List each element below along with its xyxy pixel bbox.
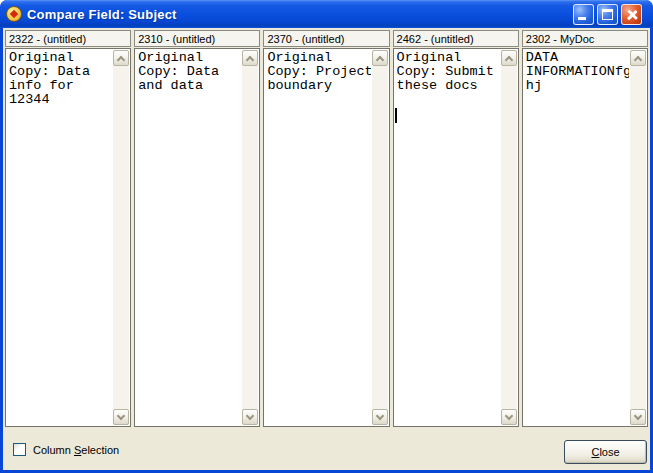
chevron-down-icon — [634, 411, 642, 419]
dialog-window: Compare Field: Subject 2322 - (untitled)… — [0, 0, 653, 473]
column-text-area[interactable]: Original Copy: Data info for 12344 — [5, 48, 131, 427]
text-caret — [395, 108, 397, 123]
chevron-down-icon — [375, 411, 383, 419]
column-text-area[interactable]: Original Copy: Submit these docs — [393, 48, 519, 427]
column-text[interactable]: Original Copy: Project boundary — [267, 51, 370, 424]
scroll-down-button[interactable] — [501, 409, 517, 425]
close-window-button[interactable] — [621, 4, 642, 25]
chevron-down-icon — [246, 411, 254, 419]
chevron-up-icon — [634, 55, 642, 63]
maximize-button[interactable] — [597, 4, 618, 25]
chevron-up-icon — [505, 55, 513, 63]
scroll-up-button[interactable] — [630, 50, 646, 66]
column-text[interactable]: Original Copy: Data and data — [138, 51, 241, 424]
close-button[interactable]: Close — [564, 440, 647, 464]
vertical-scrollbar[interactable] — [242, 50, 258, 425]
vertical-scrollbar[interactable] — [630, 50, 646, 425]
column-header[interactable]: 2310 - (untitled) — [134, 30, 260, 47]
column-text-area[interactable]: Original Copy: Project boundary — [263, 48, 389, 427]
column-selection-row[interactable]: Column Selection — [13, 443, 119, 456]
checkbox-label[interactable]: Column Selection — [33, 444, 119, 456]
window-title: Compare Field: Subject — [27, 7, 177, 22]
column-selection-checkbox[interactable] — [13, 443, 26, 456]
dialog-client-area: 2322 - (untitled) Original Copy: Data in… — [3, 28, 650, 470]
scroll-down-button[interactable] — [372, 409, 388, 425]
compare-column-3: 2370 - (untitled) Original Copy: Project… — [263, 30, 389, 427]
chevron-up-icon — [117, 55, 125, 63]
compare-column-2: 2310 - (untitled) Original Copy: Data an… — [134, 30, 260, 427]
dialog-footer: Column Selection Close — [3, 427, 650, 470]
column-header[interactable]: 2322 - (untitled) — [5, 30, 131, 47]
column-header[interactable]: 2302 - MyDoc — [522, 30, 648, 47]
scroll-down-button[interactable] — [630, 409, 646, 425]
column-header[interactable]: 2370 - (untitled) — [263, 30, 389, 47]
column-text[interactable]: DATA INFORMATIONfg hj — [526, 51, 629, 424]
scroll-up-button[interactable] — [501, 50, 517, 66]
column-text-area[interactable]: DATA INFORMATIONfg hj — [522, 48, 648, 427]
minimize-button[interactable] — [573, 4, 594, 25]
maximize-icon — [602, 9, 613, 20]
chevron-down-icon — [505, 411, 513, 419]
scroll-up-button[interactable] — [242, 50, 258, 66]
scroll-up-button[interactable] — [372, 50, 388, 66]
window-controls — [573, 4, 642, 25]
compare-app-icon — [6, 6, 22, 22]
scroll-down-button[interactable] — [113, 409, 129, 425]
scroll-down-button[interactable] — [242, 409, 258, 425]
vertical-scrollbar[interactable] — [113, 50, 129, 425]
column-text-area[interactable]: Original Copy: Data and data — [134, 48, 260, 427]
compare-column-1: 2322 - (untitled) Original Copy: Data in… — [5, 30, 131, 427]
vertical-scrollbar[interactable] — [501, 50, 517, 425]
chevron-down-icon — [117, 411, 125, 419]
compare-column-4: 2462 - (untitled) Original Copy: Submit … — [393, 30, 519, 427]
compare-columns: 2322 - (untitled) Original Copy: Data in… — [3, 28, 650, 427]
column-header[interactable]: 2462 - (untitled) — [393, 30, 519, 47]
compare-column-5: 2302 - MyDoc DATA INFORMATIONfg hj — [522, 30, 648, 427]
column-text[interactable]: Original Copy: Submit these docs — [397, 51, 500, 424]
chevron-up-icon — [375, 55, 383, 63]
minimize-icon — [578, 17, 586, 20]
close-icon — [622, 5, 641, 24]
column-text[interactable]: Original Copy: Data info for 12344 — [9, 51, 112, 424]
title-bar[interactable]: Compare Field: Subject — [0, 0, 653, 28]
vertical-scrollbar[interactable] — [372, 50, 388, 425]
scroll-up-button[interactable] — [113, 50, 129, 66]
chevron-up-icon — [246, 55, 254, 63]
